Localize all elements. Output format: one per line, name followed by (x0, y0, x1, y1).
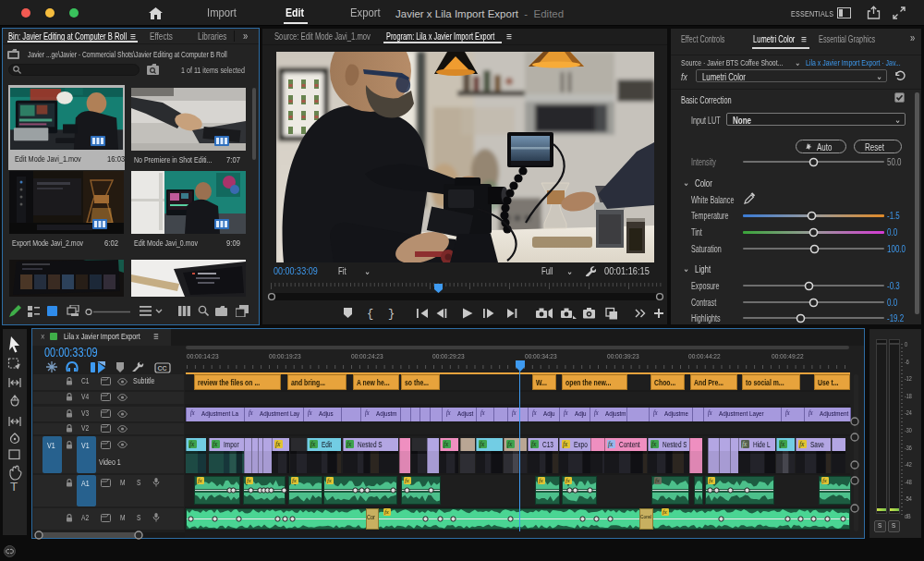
svg-text:fx: fx (292, 477, 297, 483)
svg-text:fx: fx (213, 441, 218, 448)
svg-text:fx: fx (247, 477, 251, 483)
svg-text:{: { (367, 308, 373, 320)
svg-text:fx: fx (198, 477, 202, 483)
svg-text:fx: fx (655, 477, 660, 483)
svg-text:fx: fx (780, 441, 785, 448)
svg-text:fx: fx (346, 441, 352, 448)
svg-text:fx: fx (709, 477, 713, 483)
svg-text:fx: fx (405, 477, 409, 483)
svg-text:fx: fx (539, 477, 543, 483)
svg-text:fx: fx (327, 477, 332, 483)
svg-text:}: } (388, 308, 395, 320)
svg-text:fx: fx (384, 508, 389, 515)
svg-text:fx: fx (310, 441, 316, 448)
svg-text:fx: fx (608, 441, 614, 448)
svg-text:fx: fx (507, 441, 513, 448)
svg-text:fx: fx (444, 441, 449, 448)
svg-text:fx: fx (663, 508, 667, 515)
svg-text:fx: fx (275, 441, 281, 448)
svg-text:fx: fx (531, 441, 537, 448)
svg-text:fx: fx (651, 441, 657, 448)
svg-text:fx: fx (480, 441, 485, 448)
svg-text:fx: fx (822, 477, 827, 483)
svg-text:fx: fx (189, 441, 195, 448)
svg-text:fx: fx (742, 441, 748, 448)
svg-text:T: T (10, 480, 18, 492)
svg-text:fx: fx (565, 477, 570, 483)
svg-text:fx: fx (563, 441, 568, 448)
svg-text:CC: CC (158, 365, 167, 372)
svg-text:fx: fx (799, 441, 805, 448)
